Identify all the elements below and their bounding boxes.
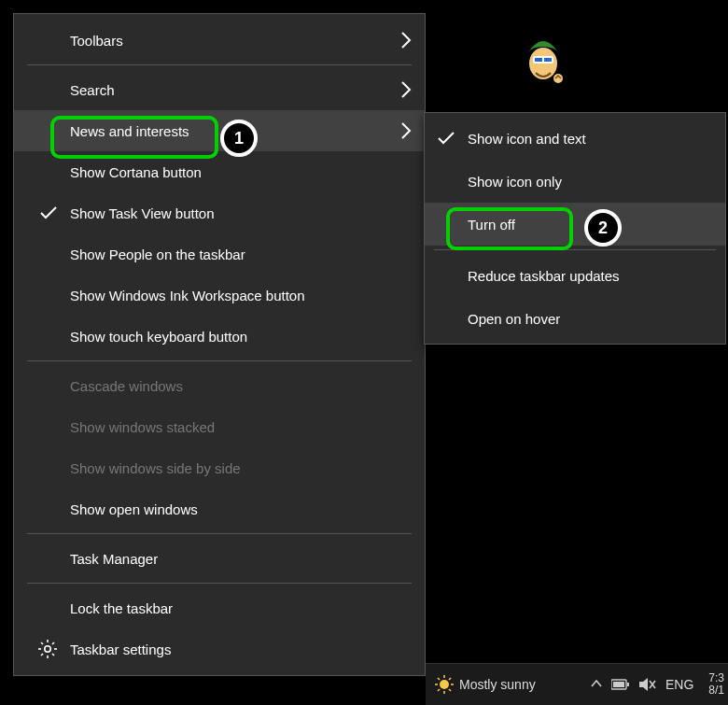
taskbar-weather-widget[interactable]: Mostly sunny [426, 675, 545, 694]
menu-item-taskmgr[interactable]: Task Manager [14, 538, 425, 579]
menu-label: Show Windows Ink Workspace button [70, 288, 305, 303]
menu-item-show-open[interactable]: Show open windows [14, 488, 425, 529]
svg-line-6 [52, 654, 54, 656]
tray-language[interactable]: ENG [665, 677, 693, 692]
menu-label: Show Cortana button [70, 164, 202, 180]
battery-icon[interactable] [611, 679, 630, 690]
submenu-item-reduce-updates[interactable]: Reduce taskbar updates [425, 254, 725, 297]
menu-label: Lock the taskbar [70, 600, 173, 616]
menu-item-ink[interactable]: Show Windows Ink Workspace button [14, 275, 425, 316]
chevron-right-icon [400, 81, 412, 98]
clock-date: 8/1 [708, 684, 724, 697]
svg-point-14 [440, 680, 449, 689]
menu-item-stacked: Show windows stacked [14, 406, 425, 447]
menu-label: Show windows stacked [70, 419, 215, 435]
menu-item-cortana[interactable]: Show Cortana button [14, 151, 425, 192]
menu-item-news-interests[interactable]: News and interests [14, 110, 425, 151]
svg-rect-25 [613, 682, 624, 687]
volume-icon[interactable] [639, 678, 656, 691]
menu-label: Show touch keyboard button [70, 329, 247, 345]
menu-item-search[interactable]: Search [14, 69, 425, 110]
svg-line-20 [449, 689, 451, 691]
svg-line-7 [52, 642, 54, 644]
menu-label: Turn off [468, 217, 515, 233]
menu-label: Reduce taskbar updates [468, 268, 620, 284]
menu-item-lock-taskbar[interactable]: Lock the taskbar [14, 587, 425, 628]
svg-line-19 [438, 678, 440, 680]
svg-line-8 [41, 654, 43, 656]
svg-rect-11 [535, 58, 542, 62]
chevron-right-icon [400, 32, 412, 49]
news-interests-submenu: Show icon and text Show icon only Turn o… [424, 112, 726, 345]
check-icon [40, 206, 57, 219]
system-tray: ENG 7:3 8/1 [591, 672, 728, 697]
menu-label: Taskbar settings [70, 642, 171, 657]
menu-label: Task Manager [70, 551, 158, 567]
check-icon [438, 132, 455, 145]
svg-rect-12 [544, 58, 552, 62]
taskbar-context-menu: Toolbars Search News and interests Show … [13, 13, 426, 676]
menu-label: Show open windows [70, 501, 198, 517]
menu-label: Show Task View button [70, 205, 215, 221]
submenu-item-icon-text[interactable]: Show icon and text [425, 117, 725, 160]
svg-rect-24 [627, 683, 629, 686]
menu-item-taskview[interactable]: Show Task View button [14, 192, 425, 233]
menu-item-sidebyside: Show windows side by side [14, 447, 425, 488]
taskbar: Mostly sunny ENG 7:3 8/1 [426, 663, 728, 705]
menu-label: Toolbars [70, 33, 123, 49]
chevron-right-icon [400, 122, 412, 139]
tray-clock[interactable]: 7:3 8/1 [703, 672, 724, 697]
weather-text: Mostly sunny [459, 677, 536, 692]
svg-line-5 [41, 642, 43, 644]
menu-label: News and interests [70, 123, 189, 139]
menu-item-toolbars[interactable]: Toolbars [14, 20, 425, 61]
menu-item-people[interactable]: Show People on the taskbar [14, 233, 425, 275]
menu-separator [27, 64, 412, 65]
desktop-character-icon [521, 34, 566, 86]
svg-line-21 [449, 678, 451, 680]
submenu-item-icon-only[interactable]: Show icon only [425, 160, 725, 203]
menu-label: Cascade windows [70, 378, 183, 394]
menu-label: Show icon and text [468, 131, 586, 147]
menu-item-touch-keyboard[interactable]: Show touch keyboard button [14, 316, 425, 357]
submenu-item-turn-off[interactable]: Turn off [425, 203, 725, 246]
menu-label: Open on hover [468, 311, 560, 327]
menu-item-cascade: Cascade windows [14, 365, 425, 406]
menu-label: Show icon only [468, 174, 562, 190]
gear-icon [38, 640, 57, 658]
weather-sun-icon [435, 675, 454, 694]
menu-label: Show windows side by side [70, 460, 241, 476]
menu-separator [434, 249, 716, 250]
submenu-item-open-hover[interactable]: Open on hover [425, 297, 725, 340]
svg-line-22 [438, 689, 440, 691]
menu-separator [27, 360, 412, 361]
tray-overflow-icon[interactable] [591, 679, 602, 690]
svg-point-0 [45, 646, 50, 652]
menu-item-taskbar-settings[interactable]: Taskbar settings [14, 628, 425, 670]
menu-separator [27, 583, 412, 584]
menu-label: Show People on the taskbar [70, 247, 245, 262]
menu-label: Search [70, 82, 115, 98]
menu-separator [27, 533, 412, 534]
